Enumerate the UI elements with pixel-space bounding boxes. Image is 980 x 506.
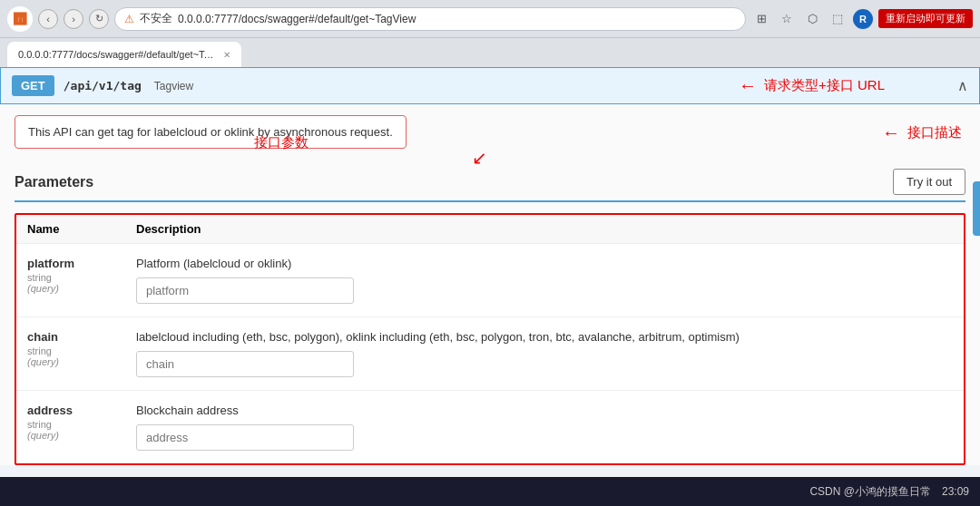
param-desc-chain: labelcloud including (eth, bsc, polygon)… [136,330,953,377]
param-name-platform: platform string (query) [27,257,136,294]
chain-input[interactable] [136,351,354,377]
tab-bar: 0.0.0.0:7777/docs/swagger#/default/get~T… [0,38,980,67]
param-name-address: address string (query) [27,404,136,441]
endpoint-header[interactable]: GET /api/v1/tag Tagview ← 请求类型+接口 URL ∧ [0,67,980,104]
description-box: This API can get tag for labelcloud or o… [15,115,407,149]
param-row-platform: platform string (query) Platform (labelc… [16,243,964,316]
parameters-title: Parameters [15,174,93,190]
parameters-section: Parameters 接口参数 ↙ Try it out Name Descri… [15,169,965,465]
translate-btn[interactable]: ⊞ [751,9,771,29]
browser-logo: 🅰 [7,6,33,32]
params-table: Name Description platform string (query)… [15,213,965,465]
browser-actions: ⊞ ☆ ⬡ ⬚ R 重新启动即可更新 [751,9,973,29]
platform-input[interactable] [136,277,354,304]
tab-title: 0.0.0.0:7777/docs/swagger#/default/get~T… [18,49,218,60]
swagger-ui: GET /api/v1/tag Tagview ← 请求类型+接口 URL ∧ … [0,67,980,465]
warning-text: 不安全 [140,11,172,26]
refresh-btn[interactable]: ↻ [89,9,109,29]
time-text: 23:09 [942,485,969,498]
address-bar[interactable]: ⚠ 不安全 0.0.0.0:7777/docs/swagger#/default… [114,7,746,31]
param-name-chain: chain string (query) [27,330,136,367]
param-desc-platform: Platform (labelcloud or oklink) [136,257,953,304]
bottom-bar: CSDN @小鸿的摸鱼日常 23:09 [0,477,980,506]
params-arrow: ↙ [472,147,487,169]
parameters-header: Parameters 接口参数 ↙ Try it out [15,169,965,202]
right-sidebar-hint [973,181,980,236]
forward-btn[interactable]: › [64,9,83,29]
params-annotation: 接口参数 [254,134,309,151]
col-desc-header: Description [136,222,953,236]
browser-chrome: 🅰 ‹ › ↻ ⚠ 不安全 0.0.0.0:7777/docs/swagger#… [0,0,980,38]
param-row-chain: chain string (query) labelcloud includin… [16,316,964,390]
warning-icon: ⚠ [124,13,134,25]
extensions-btn[interactable]: ⬡ [802,9,822,29]
endpoint-container: GET /api/v1/tag Tagview ← 请求类型+接口 URL ∧ [0,67,980,104]
page-wrapper: 🅰 ‹ › ↻ ⚠ 不安全 0.0.0.0:7777/docs/swagger#… [0,0,980,465]
expand-icon[interactable]: ∧ [957,77,968,94]
desc-annotation: ← 接口描述 [882,122,962,142]
description-container: This API can get tag for labelcloud or o… [0,104,980,160]
user-avatar[interactable]: R [853,9,873,29]
reload-button[interactable]: 重新启动即可更新 [878,9,973,28]
active-tab[interactable]: 0.0.0.0:7777/docs/swagger#/default/get~T… [7,42,241,67]
col-name-header: Name [27,222,136,236]
method-badge: GET [12,75,54,96]
description-text: This API can get tag for labelcloud or o… [28,125,393,139]
star-btn[interactable]: ☆ [777,9,797,29]
url-text: 0.0.0.0:7777/docs/swagger#/default/get~T… [178,13,416,25]
params-table-header: Name Description [16,215,964,243]
profile-btn[interactable]: ⬚ [828,9,848,29]
endpoint-path: /api/v1/tag [64,79,142,92]
url-annotation: ← 请求类型+接口 URL [739,75,885,96]
endpoint-tag: Tagview [154,80,193,92]
param-row-address: address string (query) Blockchain addres… [16,390,964,463]
try-it-out-button[interactable]: Try it out [893,169,965,195]
param-desc-address: Blockchain address [136,404,953,451]
tab-close-icon[interactable]: ✕ [223,50,230,60]
back-btn[interactable]: ‹ [38,9,58,29]
address-input[interactable] [136,424,354,451]
brand-text: CSDN @小鸿的摸鱼日常 [809,484,931,500]
